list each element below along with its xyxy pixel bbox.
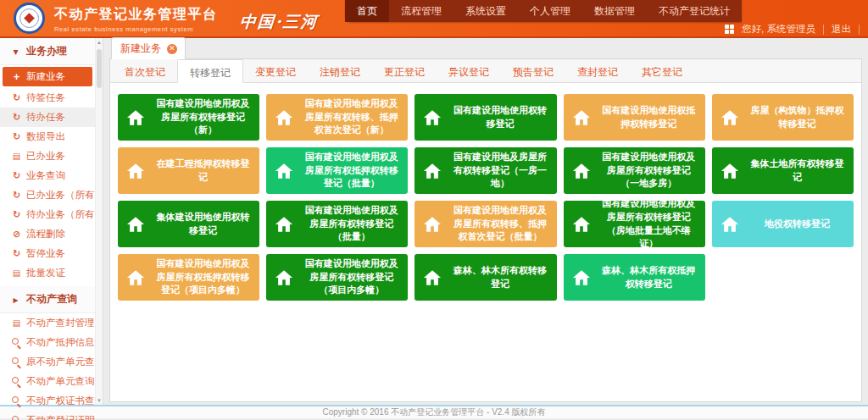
tab-other-registration[interactable]: 其它登记 bbox=[630, 59, 694, 82]
registration-type-tabs: 首次登记 转移登记 变更登记 注销登记 更正登记 异议登记 预告登记 查封登记 … bbox=[110, 59, 861, 83]
tile-business-type[interactable]: 国有建设用地使用权及房屋所有权抵押权转移登记（项目内多幢） bbox=[118, 254, 259, 301]
sidebar-item-business-query[interactable]: 业务查询 bbox=[0, 166, 95, 185]
sidebar-item-label: 原不动产单元查询 bbox=[26, 356, 95, 368]
tile-business-type[interactable]: 房屋（构筑物）抵押权转移登记 bbox=[712, 94, 854, 141]
nav-item-data-management[interactable]: 数据管理 bbox=[582, 0, 647, 22]
sidebar-item-todo-business-all[interactable]: 待办业务（所有） bbox=[0, 205, 95, 224]
tile-business-type[interactable]: 森林、林木所有权抵押权转移登记 bbox=[564, 254, 705, 301]
logout-link[interactable]: 退出 bbox=[832, 23, 851, 36]
app-title-block: 不动产登记业务管理平台 Real estate business managem… bbox=[54, 6, 218, 33]
house-icon bbox=[712, 108, 748, 127]
chevron-right-icon bbox=[10, 294, 21, 305]
sidebar-section-realestate-query[interactable]: 不动产查询 bbox=[0, 286, 95, 313]
sidebar-item-label: 批量发证 bbox=[26, 267, 65, 279]
sidebar-item-pause-business[interactable]: 暂停业务 bbox=[0, 244, 95, 263]
sidebar-item-unit-query[interactable]: 不动产单元查询 bbox=[0, 372, 95, 391]
sidebar-item-todo-tasks[interactable]: 待办任务 bbox=[0, 108, 95, 127]
section-title: 不动产查询 bbox=[26, 292, 77, 307]
plus-icon bbox=[11, 71, 22, 82]
nav-item-personal-management[interactable]: 个人管理 bbox=[518, 0, 582, 22]
tile-business-type[interactable]: 国有建设用地及房屋所有权转移登记（一房一地） bbox=[415, 147, 556, 194]
sidebar-item-registration-proof-query[interactable]: 不动产登记证明查询 bbox=[0, 411, 95, 420]
tile-business-type[interactable]: 国有建设用地使用权及房屋所有权转移登记（一地多房） bbox=[564, 147, 705, 194]
main-area: 新建业务 ✕ 首次登记 转移登记 变更登记 注销登记 更正登记 异议登记 预告登… bbox=[103, 38, 868, 405]
house-icon bbox=[118, 215, 153, 234]
sidebar-item-process-delete[interactable]: 流程删除 bbox=[0, 224, 95, 244]
tile-business-type[interactable]: 国有建设用地使用权转移登记 bbox=[415, 94, 556, 141]
refresh-icon bbox=[11, 170, 22, 181]
tile-business-type[interactable]: 国有建设用地使用权及房屋所有权转移登记（房地批量土地不缮证） bbox=[564, 201, 705, 247]
house-icon bbox=[415, 162, 450, 180]
tab-advance-notice-registration[interactable]: 预告登记 bbox=[501, 59, 565, 82]
sidebar-item-label: 暂停业务 bbox=[26, 247, 65, 260]
house-icon bbox=[712, 215, 748, 234]
apps-grid-icon[interactable] bbox=[725, 25, 734, 34]
tile-business-type[interactable]: 地役权转移登记 bbox=[712, 201, 854, 247]
refresh-icon bbox=[11, 248, 22, 259]
refresh-icon bbox=[11, 92, 22, 103]
app-header: 不动产登记业务管理平台 Real estate business managem… bbox=[0, 0, 868, 38]
sidebar-item-completed-business-all[interactable]: 已办业务（所有） bbox=[0, 185, 95, 205]
window-tab-bar: 新建业务 ✕ bbox=[109, 38, 862, 59]
app-title: 不动产登记业务管理平台 bbox=[54, 6, 218, 24]
tile-business-type[interactable]: 在建工程抵押权转移登记 bbox=[118, 147, 259, 194]
sidebar-item-completed-business[interactable]: 已办业务 bbox=[0, 146, 95, 166]
nav-item-process-management[interactable]: 流程管理 bbox=[389, 0, 453, 22]
scrollbar-thumb[interactable] bbox=[97, 49, 102, 88]
house-icon bbox=[266, 215, 302, 234]
tab-cancellation-registration[interactable]: 注销登记 bbox=[308, 59, 372, 82]
tab-correction-registration[interactable]: 更正登记 bbox=[372, 59, 437, 82]
tile-business-type[interactable]: 国有建设用地使用权及房屋所有权转移、抵押权首次登记（批量） bbox=[415, 201, 556, 247]
sidebar-scrollbar[interactable] bbox=[95, 38, 103, 405]
tab-change-registration[interactable]: 变更登记 bbox=[243, 59, 308, 82]
region-label: 中国·三河 bbox=[239, 11, 319, 33]
sidebar-item-seizure-management[interactable]: 不动产查封管理 bbox=[0, 313, 95, 333]
close-icon[interactable]: ✕ bbox=[167, 44, 177, 54]
tab-transfer-registration[interactable]: 转移登记 bbox=[177, 59, 243, 83]
sidebar-section-business-handling[interactable]: 业务办理 bbox=[0, 38, 95, 65]
search-icon bbox=[11, 376, 22, 387]
tile-business-type[interactable]: 国有建设用地使用权及房屋所有权抵押权转移登记（批量） bbox=[266, 147, 408, 194]
sidebar-item-label: 不动产权证书查询 bbox=[26, 395, 95, 407]
tile-business-type[interactable]: 国有建设用地使用权及房屋所有权转移登记（项目内多幢） bbox=[266, 254, 408, 301]
tile-business-type[interactable]: 森林、林木所有权转移登记 bbox=[415, 254, 556, 301]
refresh-icon bbox=[11, 209, 22, 220]
tab-first-registration[interactable]: 首次登记 bbox=[113, 59, 177, 82]
tile-business-type[interactable]: 国有建设用地使用权抵押权转移登记 bbox=[564, 94, 705, 141]
house-icon bbox=[266, 162, 302, 180]
refresh-icon bbox=[11, 131, 22, 142]
sidebar-item-new-business[interactable]: 新建业务 bbox=[3, 67, 92, 86]
window-tab-label: 新建业务 bbox=[120, 41, 161, 56]
sidebar-item-mortgage-info-query[interactable]: 不动产抵押信息查询 bbox=[0, 333, 95, 352]
sidebar-item-original-unit-query[interactable]: 原不动产单元查询 bbox=[0, 352, 95, 372]
house-icon bbox=[266, 268, 302, 287]
sidebar-item-label: 新建业务 bbox=[26, 70, 65, 83]
search-icon bbox=[11, 395, 22, 406]
house-icon bbox=[118, 162, 153, 180]
tab-seizure-registration[interactable]: 查封登记 bbox=[565, 59, 630, 82]
tile-business-type[interactable]: 国有建设用地使用权及房屋所有权转移登记（新） bbox=[118, 94, 259, 141]
tile-business-type[interactable]: 集体土地所有权转移登记 bbox=[712, 147, 854, 194]
sidebar-item-batch-certificate[interactable]: 批量发证 bbox=[0, 263, 95, 283]
house-icon bbox=[118, 108, 153, 127]
sidebar-item-pending-sign-tasks[interactable]: 待签任务 bbox=[0, 88, 95, 108]
house-icon bbox=[118, 268, 153, 287]
tile-business-type[interactable]: 集体建设用地使用权转移登记 bbox=[118, 201, 259, 247]
top-navigation: 首页 流程管理 系统设置 个人管理 数据管理 不动产登记统计 bbox=[345, 0, 742, 22]
house-icon bbox=[564, 108, 599, 127]
sidebar-item-data-export[interactable]: 数据导出 bbox=[0, 127, 95, 146]
house-icon bbox=[266, 108, 302, 127]
nav-item-registration-statistics[interactable]: 不动产登记统计 bbox=[647, 0, 742, 22]
sidebar-item-certificate-query[interactable]: 不动产权证书查询 bbox=[0, 391, 95, 411]
window-tab-new-business[interactable]: 新建业务 ✕ bbox=[111, 37, 186, 59]
section-title: 业务办理 bbox=[26, 44, 67, 58]
sidebar-item-label: 不动产抵押信息查询 bbox=[26, 336, 95, 349]
nav-item-system-settings[interactable]: 系统设置 bbox=[453, 0, 518, 22]
search-icon bbox=[11, 415, 22, 420]
nav-item-home[interactable]: 首页 bbox=[345, 0, 389, 22]
search-icon bbox=[11, 337, 22, 348]
tile-business-type[interactable]: 国有建设用地使用权及房屋所有权转移登记（批量） bbox=[266, 201, 408, 247]
tile-business-type[interactable]: 国有建设用地使用权及房屋所有权转移、抵押权首次登记（新） bbox=[266, 94, 408, 141]
tab-objection-registration[interactable]: 异议登记 bbox=[437, 59, 501, 82]
search-icon bbox=[11, 356, 22, 368]
